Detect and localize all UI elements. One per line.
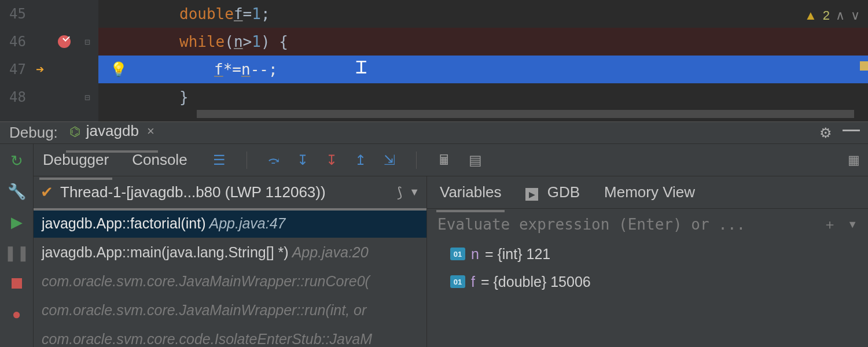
warning-count: 2 (823, 8, 830, 23)
force-step-into-icon[interactable]: ↧ (326, 152, 337, 168)
variable-row[interactable]: 01f = {double} 15006 (427, 268, 868, 296)
close-icon[interactable]: × (147, 124, 155, 139)
check-icon: ✔ (41, 183, 53, 201)
minimize-icon[interactable]: — (843, 125, 860, 141)
gear-icon[interactable]: ⚙ (819, 125, 832, 141)
play-icon: ▶ (525, 188, 538, 201)
modify-run-config-button[interactable]: 🔧 (8, 183, 26, 201)
tab-console[interactable]: Console (128, 149, 190, 171)
debug-tabs-row: Debugger Console ☰ ⤼ ↧ ↧ ↥ ⇲ 🖩 ▤ ▦ (34, 144, 868, 176)
step-over-icon[interactable]: ⤼ (268, 152, 279, 168)
thread-name: Thread-1-[javagdb...b80 (LWP 112063)) (60, 183, 326, 201)
eval-placeholder: Evaluate expression (Enter) or ... (437, 216, 745, 233)
debug-tool-window: Debug: ⌬ javagdb × ⚙ — ↻ 🔧 ▶ ❚❚ ● Debugg… (0, 121, 868, 347)
pause-button[interactable]: ❚❚ (4, 244, 30, 262)
stack-frame[interactable]: com.oracle.svm.core.JavaMainWrapper::run… (34, 296, 426, 324)
gutter-line-48: 48 ⊟ (0, 83, 98, 111)
prev-highlight-icon[interactable]: ∧ (836, 8, 845, 23)
filter-icon[interactable]: ⟆ (397, 184, 402, 201)
gutter-line-45: 45 (0, 0, 98, 28)
type-badge-icon: 01 (450, 248, 465, 260)
fold-end-icon: ⊟ (84, 92, 90, 103)
chip-icon: ⌬ (69, 124, 80, 139)
separator (247, 152, 247, 169)
tab-variables[interactable]: Variables (437, 181, 503, 204)
layout-settings-icon[interactable]: ▦ (848, 153, 868, 168)
stack-frame[interactable]: com.oracle.svm.core.JavaMainWrapper::run… (34, 267, 426, 296)
view-breakpoints-button[interactable]: ● (12, 305, 21, 323)
horizontal-scrollbar[interactable] (197, 110, 854, 118)
code-line-48[interactable]: } (98, 83, 868, 111)
code-editor[interactable]: 45 46 ⊟ 47 ➔ 48 ⊟ double f = 1; while (n… (0, 0, 868, 121)
variable-row[interactable]: 01n = {int} 121 (427, 240, 868, 268)
editor-gutter: 45 46 ⊟ 47 ➔ 48 ⊟ (0, 0, 98, 121)
debug-left-toolbar: ↻ 🔧 ▶ ❚❚ ● (0, 144, 34, 347)
next-highlight-icon[interactable]: ∨ (851, 8, 860, 23)
code-area[interactable]: double f = 1; while (n > 1) { 💡 f *= n--… (98, 0, 868, 121)
tab-gdb[interactable]: ▶ GDB (523, 181, 582, 204)
debug-header: Debug: ⌬ javagdb × ⚙ — (0, 122, 868, 144)
evaluate-expression-icon[interactable]: 🖩 (437, 152, 451, 168)
stack-frame[interactable]: javagdb.App::factorial(int) App.java:47 (34, 209, 426, 238)
stack-frame[interactable]: com.oracle.svm.core.code.IsolateEnterStu… (34, 324, 426, 347)
execution-pointer-icon: ➔ (36, 61, 44, 77)
code-line-46[interactable]: while (n > 1) { (98, 28, 868, 56)
resume-button[interactable]: ▶ (11, 213, 23, 231)
step-out-icon[interactable]: ↥ (355, 152, 366, 168)
breakpoint-icon[interactable] (58, 35, 71, 48)
chevron-down-icon[interactable]: ▼ (409, 186, 420, 198)
warning-icon: ▲ (804, 8, 817, 23)
vars-tabs: Variables ▶ GDB Memory View (427, 176, 868, 209)
stack-frame[interactable]: javagdb.App::main(java.lang.String[] *) … (34, 238, 426, 267)
frames-panel: ✔ Thread-1-[javagdb...b80 (LWP 112063)) … (34, 176, 427, 347)
add-watch-icon[interactable]: ＋ (823, 215, 837, 234)
chevron-down-icon[interactable]: ▼ (847, 219, 858, 231)
code-line-47[interactable]: 💡 f *= n--; (98, 56, 868, 83)
frame-list[interactable]: javagdb.App::factorial(int) App.java:47j… (34, 209, 426, 347)
type-badge-icon: 01 (450, 275, 465, 288)
rerun-button[interactable]: ↻ (10, 152, 23, 170)
text-cursor-icon: Ꮖ (356, 58, 367, 78)
debug-title: Debug: (9, 124, 58, 142)
trace-current-stream-icon[interactable]: ▤ (469, 152, 482, 168)
fold-toggle-icon[interactable]: ⊟ (84, 36, 90, 47)
gutter-line-46: 46 ⊟ (0, 28, 98, 56)
tab-debugger[interactable]: Debugger (39, 149, 112, 171)
marker-stripe[interactable] (860, 61, 868, 71)
gutter-line-47: 47 ➔ (0, 56, 98, 83)
debug-session-name: javagdb (86, 122, 139, 140)
threads-view-icon[interactable]: ☰ (213, 152, 226, 168)
variables-panel: Variables ▶ GDB Memory View Evaluate exp… (427, 176, 868, 347)
evaluate-expression-input[interactable]: Evaluate expression (Enter) or ... ＋ ▼ (427, 209, 868, 240)
thread-selector[interactable]: ✔ Thread-1-[javagdb...b80 (LWP 112063)) … (34, 176, 426, 209)
intention-bulb-icon[interactable]: 💡 (110, 61, 127, 77)
code-line-45[interactable]: double f = 1; (98, 0, 868, 28)
stop-button[interactable] (12, 275, 22, 293)
variables-list[interactable]: 01n = {int} 12101f = {double} 15006 (427, 240, 868, 296)
step-into-icon[interactable]: ↧ (297, 152, 308, 168)
debug-session-tab[interactable]: ⌬ javagdb × (69, 122, 155, 143)
separator (416, 152, 417, 169)
run-to-cursor-icon[interactable]: ⇲ (384, 152, 395, 168)
tab-memory-view[interactable]: Memory View (602, 181, 697, 204)
inspections-widget[interactable]: ▲ 2 ∧ ∨ (804, 8, 860, 23)
